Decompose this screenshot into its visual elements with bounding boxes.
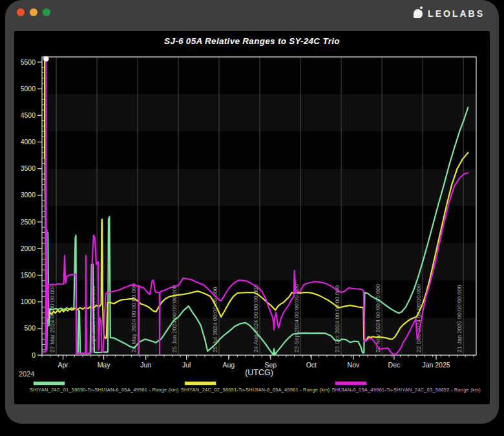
x-month-label: Jun [140, 361, 151, 369]
legend-label-1: SHIYAN_24C_02_58651-To-SHIJIAN-6_05A_499… [181, 387, 330, 393]
y-tick-label: 2000 [21, 245, 36, 252]
traffic-lights [17, 8, 50, 16]
y-tick-label: 4000 [21, 138, 36, 146]
legend-item-0[interactable]: SHIYAN_24C_01_58650-To-SHIJIAN-6_05A_499… [30, 381, 179, 393]
gridline-date-label: 21 Jan 2025 00:00:00.000 [456, 285, 463, 353]
y-tick-label: 5000 [21, 85, 36, 93]
legend-item-1[interactable]: SHIYAN_24C_02_58651-To-SHIJIAN-6_05A_499… [181, 381, 330, 393]
y-tick-label: 4500 [21, 111, 36, 119]
series-start-marker [43, 56, 48, 61]
gridline-date-label: 23 Oct 2024 00:00:00.000 [334, 285, 341, 353]
minimize-button[interactable] [30, 8, 37, 16]
plot-band [43, 57, 476, 94]
x-month-label: Jan 2025 [422, 361, 450, 369]
desktop-background: { "window": { "logo_text": "LEOLABS", "t… [0, 0, 504, 436]
gridline-date-label: 26 May 2024 00:00:00.000 [131, 283, 137, 353]
x-axis-title: (UTCG) [245, 368, 273, 377]
leolabs-logo-icon [414, 9, 423, 18]
chart-panel: SJ-6 05A Relative Ranges to SY-24C Trio … [14, 31, 490, 404]
plot-band [43, 169, 476, 206]
plot-band [43, 131, 476, 169]
y-tick-label: 5500 [21, 58, 36, 66]
x-axis-year-label: 2024 [19, 370, 34, 378]
maximize-button[interactable] [43, 8, 50, 16]
app-window: LEOLABS SJ-6 05A Relative Ranges to SY-2… [5, 0, 499, 424]
x-month-label: Apr [58, 361, 68, 369]
legend-label-2: SHIJIAN-6_05A_49961-To-SHIYAN_24C_03_586… [331, 387, 481, 393]
gridline-date-label: 22 Nov 2024 00:00:00.000 [375, 284, 381, 353]
x-month-label: Jul [182, 361, 191, 369]
x-month-label: Oct [306, 361, 317, 369]
legend-swatch-1 [184, 381, 216, 386]
leolabs-logo-text: LEOLABS [428, 8, 485, 19]
window-titlebar: LEOLABS [5, 0, 499, 31]
legend-swatch-2 [335, 381, 367, 386]
legend-label-0: SHIYAN_24C_01_58650-To-SHIJIAN-6_05A_499… [30, 387, 179, 393]
x-month-label: Aug [222, 361, 235, 369]
x-month-label: Nov [348, 361, 360, 369]
plot-band [43, 94, 476, 132]
legend-item-2[interactable]: SHIJIAN-6_05A_49961-To-SHIYAN_24C_03_586… [331, 381, 481, 393]
y-tick-label: 3000 [21, 191, 36, 199]
plot-area: 27 Mar 2024 00:00:00.00026 Apr 2024 00:0… [14, 31, 490, 404]
legend-swatch-0 [33, 381, 65, 386]
y-tick-label: 1000 [21, 298, 36, 305]
chart-legend: SHIYAN_24C_01_58650-To-SHIJIAN-6_05A_499… [30, 381, 481, 393]
leolabs-logo: LEOLABS [414, 8, 485, 19]
gridline-date-label: 27 Mar 2024 00:00:00.000 [49, 284, 56, 353]
y-tick-label: 500 [24, 324, 36, 332]
close-button[interactable] [17, 8, 25, 16]
x-month-label: Dec [388, 361, 401, 369]
y-tick-label: 3500 [21, 164, 36, 172]
plot-band [43, 206, 476, 244]
y-tick-label: 0 [32, 351, 36, 359]
y-tick-label: 1500 [21, 271, 36, 279]
plot-band [43, 243, 476, 281]
y-tick-label: 2500 [21, 218, 36, 226]
x-month-label: May [98, 361, 111, 369]
